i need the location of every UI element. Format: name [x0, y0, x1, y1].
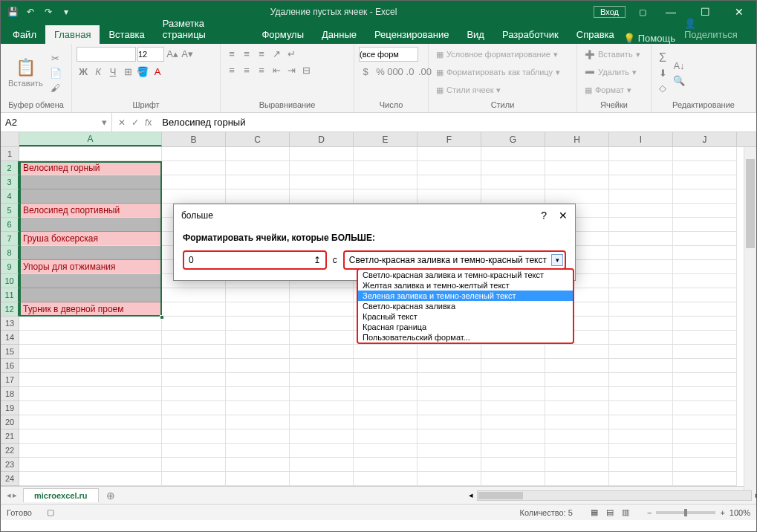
cell[interactable] [673, 331, 737, 345]
format-select[interactable]: Светло-красная заливка и темно-красный т… [343, 250, 566, 270]
row-header[interactable]: 18 [1, 387, 19, 401]
cell[interactable] [19, 415, 162, 429]
macro-record-icon[interactable]: ▢ [47, 507, 54, 517]
comma-icon[interactable]: 000 [389, 65, 402, 78]
cell[interactable] [673, 317, 737, 331]
cell[interactable] [162, 387, 226, 401]
cell[interactable] [290, 472, 354, 486]
insert-cells-button[interactable]: ➕Вставить▾ [582, 47, 643, 62]
cell[interactable] [545, 472, 609, 486]
cell[interactable] [162, 345, 226, 359]
fill-color-icon[interactable]: 🪣 [136, 65, 149, 78]
cell[interactable] [354, 373, 418, 387]
sheet-tab[interactable]: microexcel.ru [23, 488, 99, 502]
cell[interactable] [162, 415, 226, 429]
cell[interactable] [673, 458, 737, 472]
ribbon-display-icon[interactable]: ▢ [631, 1, 654, 23]
cell[interactable] [19, 189, 162, 204]
increase-decimal-icon[interactable]: .0 [403, 65, 417, 78]
dropdown-option[interactable]: Светло-красная заливка и темно-красный т… [358, 270, 573, 280]
cell[interactable] [673, 189, 737, 204]
cell[interactable] [162, 302, 226, 317]
cell[interactable] [226, 472, 290, 486]
dropdown-option[interactable]: Пользовательский формат... [358, 332, 573, 343]
cell[interactable] [290, 401, 354, 415]
cell[interactable] [609, 218, 673, 232]
cell[interactable] [673, 472, 737, 486]
cut-icon[interactable]: ✂ [49, 51, 62, 65]
cell[interactable] [609, 161, 673, 175]
cell[interactable] [290, 387, 354, 401]
cell[interactable] [481, 359, 545, 373]
merge-icon[interactable]: ⊟ [299, 63, 313, 77]
cell[interactable] [226, 444, 290, 458]
range-select-icon[interactable]: ↥ [309, 255, 325, 265]
cell[interactable]: Упоры для отжимания [19, 260, 162, 274]
cell[interactable] [162, 472, 226, 486]
select-all-corner[interactable] [1, 132, 19, 146]
cell[interactable] [162, 373, 226, 387]
tell-me[interactable]: 💡Помощь [623, 33, 675, 44]
cell[interactable] [354, 415, 418, 429]
cell[interactable] [418, 444, 481, 458]
column-header[interactable]: H [545, 132, 609, 146]
increase-indent-icon[interactable]: ⇥ [285, 63, 298, 77]
cell[interactable] [609, 458, 673, 472]
cell[interactable] [19, 373, 162, 387]
row-header[interactable]: 6 [1, 218, 19, 232]
zoom-in-icon[interactable]: + [720, 508, 724, 517]
cell[interactable] [673, 401, 737, 415]
cell[interactable] [545, 415, 609, 429]
font-name-input[interactable] [77, 47, 136, 62]
sheet-nav-next-icon[interactable]: ▸ [13, 490, 17, 500]
number-format-select[interactable] [359, 47, 418, 62]
cell[interactable] [673, 288, 737, 302]
cell[interactable] [290, 161, 354, 175]
row-header[interactable]: 4 [1, 189, 19, 204]
cell[interactable]: Груша боксерская [19, 232, 162, 246]
cell[interactable] [673, 359, 737, 373]
cell[interactable] [609, 288, 673, 302]
decrease-font-icon[interactable]: A▾ [181, 47, 194, 60]
cell[interactable] [19, 387, 162, 401]
save-icon[interactable]: 💾 [5, 4, 20, 19]
dialog-close-icon[interactable]: ✕ [559, 210, 568, 221]
cell[interactable] [418, 401, 481, 415]
cell[interactable] [354, 147, 418, 161]
cell[interactable] [673, 444, 737, 458]
cell[interactable] [545, 175, 609, 189]
cell[interactable] [162, 175, 226, 189]
cell[interactable] [545, 458, 609, 472]
cell[interactable] [481, 387, 545, 401]
clear-icon[interactable]: ◇ [656, 81, 669, 94]
page-layout-view-icon[interactable]: ▤ [603, 507, 617, 516]
redo-icon[interactable]: ↷ [41, 4, 56, 19]
tab-review[interactable]: Рецензирование [365, 25, 458, 44]
cell[interactable] [673, 161, 737, 175]
cell[interactable] [19, 147, 162, 161]
row-header[interactable]: 7 [1, 232, 19, 246]
row-header[interactable]: 2 [1, 161, 19, 175]
page-break-view-icon[interactable]: ▥ [619, 507, 632, 516]
cell[interactable] [354, 161, 418, 175]
cell[interactable] [545, 429, 609, 444]
cell[interactable] [226, 147, 290, 161]
signin-button[interactable]: Вход [594, 6, 626, 18]
cell[interactable] [609, 204, 673, 218]
cell[interactable] [354, 189, 418, 204]
cell[interactable] [545, 387, 609, 401]
bold-icon[interactable]: Ж [77, 65, 90, 78]
cell[interactable] [481, 472, 545, 486]
format-painter-icon[interactable]: 🖌 [49, 81, 62, 94]
cell[interactable] [481, 415, 545, 429]
cell[interactable] [673, 345, 737, 359]
increase-font-icon[interactable]: A▴ [166, 47, 179, 60]
cell[interactable] [418, 373, 481, 387]
cell[interactable] [545, 189, 609, 204]
dropdown-option[interactable]: Светло-красная заливка [358, 301, 573, 311]
row-header[interactable]: 3 [1, 175, 19, 189]
wrap-text-icon[interactable]: ↵ [285, 47, 298, 60]
cell[interactable] [673, 246, 737, 260]
row-header[interactable]: 9 [1, 260, 19, 274]
cell[interactable] [19, 458, 162, 472]
